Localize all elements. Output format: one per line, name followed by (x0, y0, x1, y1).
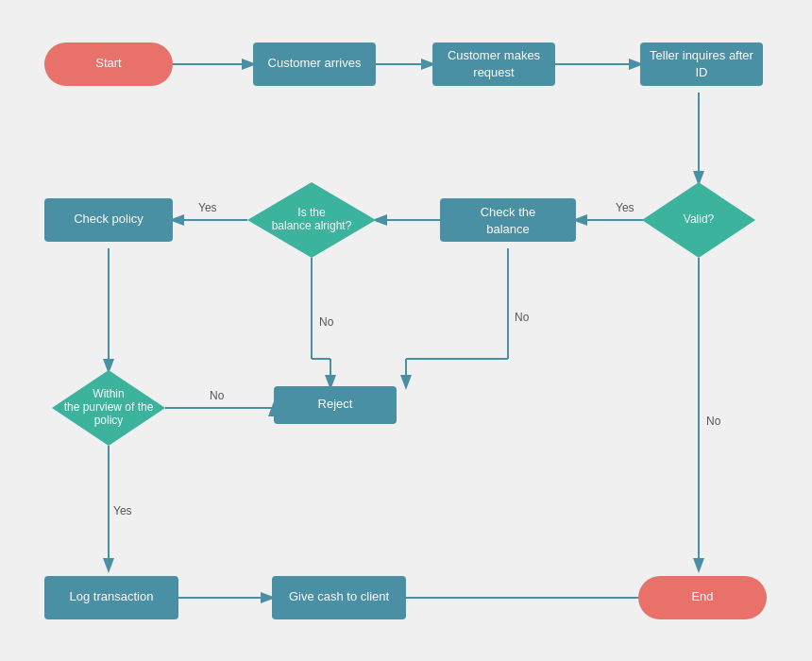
svg-text:Yes: Yes (198, 201, 217, 214)
teller-id-label: Teller inquires after (650, 48, 753, 62)
valid-label: Valid? (684, 212, 715, 226)
svg-text:No: No (210, 389, 225, 402)
svg-text:Yes: Yes (113, 504, 132, 517)
teller-id-label2: ID (696, 65, 708, 79)
balance-alright-label2: balance alright? (272, 219, 352, 232)
svg-text:No: No (515, 311, 530, 324)
start-label: Start (95, 56, 122, 70)
give-cash-label: Give cash to client (289, 589, 390, 603)
reject-label: Reject (318, 397, 353, 411)
check-balance-label2: balance (486, 222, 530, 236)
purview-label: Within (93, 387, 124, 400)
customer-request-label2: request (473, 65, 515, 79)
purview-label3: policy (94, 414, 124, 427)
svg-rect-0 (0, 0, 812, 661)
purview-label2: the purview of the (64, 400, 154, 414)
svg-text:No: No (706, 415, 721, 428)
customer-request-label: Customer makes (448, 48, 541, 62)
log-transaction-label: Log transaction (70, 589, 154, 603)
check-policy-label: Check policy (74, 212, 144, 226)
end-label: End (691, 589, 713, 603)
check-balance-label: Check the (481, 205, 536, 219)
balance-alright-label: Is the (297, 206, 326, 219)
customer-arrives-label: Customer arrives (268, 56, 362, 70)
svg-text:No: No (319, 315, 334, 329)
svg-text:Yes: Yes (616, 201, 634, 214)
